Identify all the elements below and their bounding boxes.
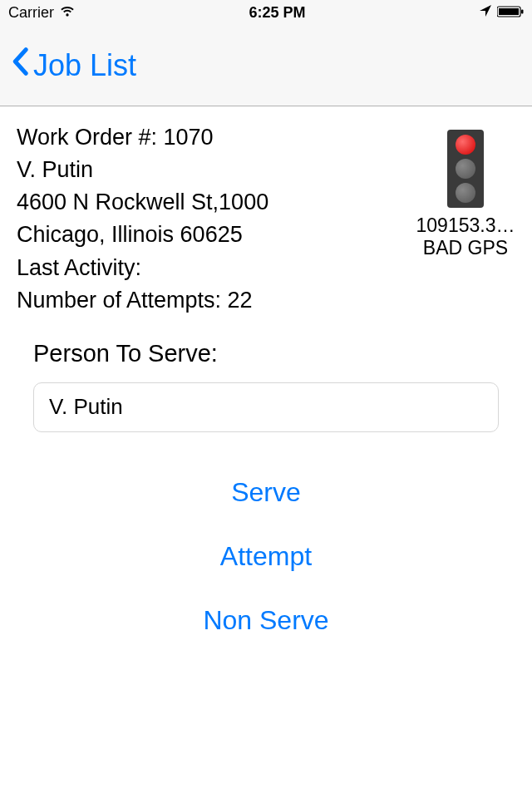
gps-block: 109153.3… BAD GPS <box>416 121 515 317</box>
last-activity-line: Last Activity: <box>17 252 402 284</box>
attempts-line: Number of Attempts: 22 <box>17 284 402 317</box>
status-right <box>479 4 524 22</box>
status-left: Carrier <box>8 4 76 22</box>
actions: Serve Attempt Non Serve <box>33 477 499 636</box>
form-area: Person To Serve: Serve Attempt Non Serve <box>0 332 532 636</box>
person-to-serve-input[interactable] <box>33 382 499 432</box>
non-serve-button[interactable]: Non Serve <box>203 605 328 636</box>
address-line-1: 4600 N Rockwell St,1000 <box>17 186 402 219</box>
carrier-label: Carrier <box>8 4 54 22</box>
traffic-light-icon <box>447 130 484 208</box>
back-button[interactable]: Job List <box>12 47 136 84</box>
work-order-line: Work Order #: 1070 <box>17 121 402 154</box>
details-section: Work Order #: 1070 V. Putin 4600 N Rockw… <box>0 106 532 332</box>
name-line: V. Putin <box>17 154 402 186</box>
battery-icon <box>497 4 524 22</box>
green-light-icon <box>456 183 475 203</box>
gps-value: 109153.3… <box>416 214 515 237</box>
red-light-icon <box>456 135 475 155</box>
gps-status: BAD GPS <box>416 237 515 259</box>
location-icon <box>479 4 492 22</box>
person-to-serve-label: Person To Serve: <box>33 340 499 367</box>
address-line-2: Chicago, Illinois 60625 <box>17 219 402 251</box>
status-bar: Carrier 6:25 PM <box>0 0 532 25</box>
status-time: 6:25 PM <box>249 4 305 22</box>
attempt-button[interactable]: Attempt <box>220 541 312 572</box>
info-block: Work Order #: 1070 V. Putin 4600 N Rockw… <box>17 121 402 317</box>
svg-rect-2 <box>521 9 524 13</box>
back-label: Job List <box>33 48 136 83</box>
svg-rect-1 <box>499 8 519 15</box>
serve-button[interactable]: Serve <box>231 477 301 508</box>
nav-bar: Job List <box>0 25 532 106</box>
chevron-back-icon <box>12 47 28 84</box>
wifi-icon <box>59 4 76 22</box>
yellow-light-icon <box>456 159 475 179</box>
